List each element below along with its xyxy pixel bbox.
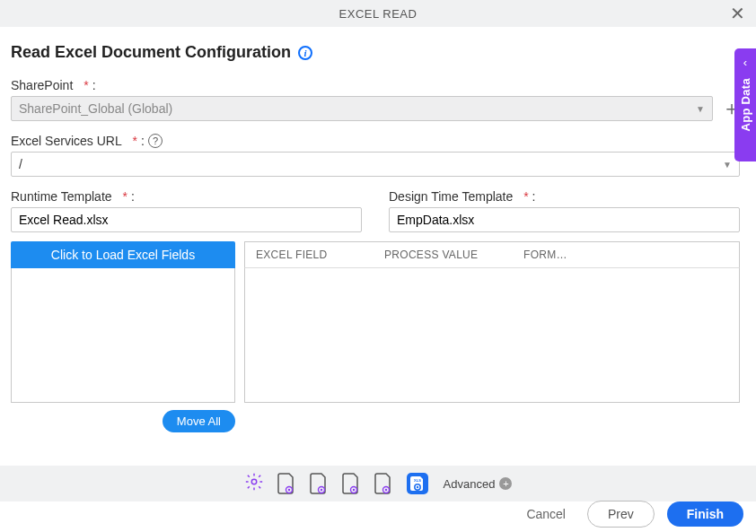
required-marker: * [122, 189, 127, 204]
table-col-form: FORM… [523, 249, 739, 261]
chevron-down-icon: ▼ [723, 160, 732, 170]
title-bar: EXCEL READ ✕ [0, 0, 756, 27]
prev-button[interactable]: Prev [587, 501, 655, 528]
template-row: Runtime Template * : Design Time Templat… [11, 189, 740, 232]
chevron-left-icon: ‹ [743, 56, 747, 69]
colon: : [92, 78, 96, 92]
plus-circle-icon: + [499, 477, 512, 490]
runtime-template-input[interactable] [11, 207, 362, 232]
colon: : [532, 189, 536, 204]
left-panel: Click to Load Excel Fields [11, 241, 235, 403]
side-tab-label: App Data [739, 78, 752, 131]
fields-list-box[interactable] [11, 268, 235, 403]
excel-services-row: / ▼ [11, 152, 740, 177]
svg-point-2 [287, 489, 289, 491]
content-area: Read Excel Document Configuration ShareP… [0, 27, 756, 441]
svg-point-12 [416, 486, 418, 488]
svg-point-6 [352, 489, 354, 491]
advanced-toggle[interactable]: Advanced + [444, 477, 513, 491]
sharepoint-value: SharePoint_Global (Global) [19, 101, 172, 116]
finish-button[interactable]: Finish [667, 501, 743, 527]
sharepoint-row: SharePoint_Global (Global) ▼ ＋ [11, 96, 740, 121]
move-all-button[interactable]: Move All [163, 410, 235, 432]
design-template-label: Design Time Template [389, 189, 513, 204]
design-template-col: Design Time Template * : [389, 189, 740, 232]
required-marker: * [523, 189, 528, 204]
excel-services-select[interactable]: / ▼ [11, 152, 740, 177]
document-gear-icon[interactable] [277, 472, 296, 495]
close-icon[interactable]: ✕ [730, 4, 746, 22]
chevron-down-icon: ▼ [696, 104, 705, 114]
excel-services-label: Excel Services URL [11, 134, 122, 148]
sharepoint-select[interactable]: SharePoint_Global (Global) ▼ [11, 96, 713, 121]
document-config-icon[interactable] [341, 472, 361, 495]
load-fields-button[interactable]: Click to Load Excel Fields [11, 241, 235, 268]
document-preview-icon-active[interactable]: XLS [406, 472, 426, 495]
svg-point-4 [320, 489, 321, 491]
runtime-template-label: Runtime Template [11, 189, 112, 204]
svg-text:XLS: XLS [414, 478, 421, 483]
table-col-excel-field: EXCEL FIELD [245, 249, 384, 261]
required-marker: * [133, 134, 137, 148]
colon: : [141, 134, 145, 148]
window-title: EXCEL READ [339, 7, 418, 21]
svg-point-0 [251, 479, 257, 484]
document-xls-icon[interactable] [309, 472, 329, 495]
right-panel: EXCEL FIELD PROCESS VALUE FORM… [244, 241, 740, 403]
info-icon[interactable] [298, 46, 312, 60]
cancel-button[interactable]: Cancel [517, 501, 575, 527]
document-settings-icon[interactable] [374, 472, 393, 495]
footer-buttons: Cancel Prev Finish [0, 496, 756, 532]
design-template-label-row: Design Time Template * : [389, 189, 740, 204]
side-panel-tab[interactable]: ‹ App Data [734, 48, 756, 161]
mapping-table-box[interactable] [244, 268, 740, 403]
gear-icon[interactable] [244, 472, 264, 495]
help-icon[interactable] [148, 134, 163, 148]
design-template-input[interactable] [389, 207, 740, 232]
colon: : [131, 189, 135, 204]
excel-services-label-row: Excel Services URL * : [11, 134, 740, 148]
sharepoint-label: SharePoint [11, 78, 73, 92]
runtime-template-col: Runtime Template * : [11, 189, 362, 232]
table-header: EXCEL FIELD PROCESS VALUE FORM… [244, 241, 740, 268]
table-col-process-value: PROCESS VALUE [384, 249, 523, 261]
sharepoint-label-row: SharePoint * : [11, 78, 740, 92]
runtime-template-label-row: Runtime Template * : [11, 189, 362, 204]
page-heading-row: Read Excel Document Configuration [11, 43, 740, 62]
excel-services-value: / [19, 157, 22, 171]
advanced-label: Advanced [444, 477, 496, 491]
page-title: Read Excel Document Configuration [11, 43, 291, 62]
panels-row: Click to Load Excel Fields EXCEL FIELD P… [11, 241, 740, 403]
svg-point-8 [384, 489, 386, 491]
required-marker: * [84, 78, 88, 92]
move-all-row: Move All [11, 410, 235, 432]
